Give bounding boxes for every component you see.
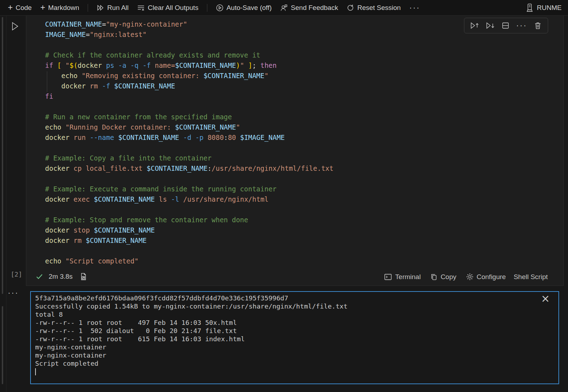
output-line: 5f3a715a9a8be2efd6176bdaa096f3fcdd82f57d…: [35, 294, 554, 302]
output-line: Script completed: [35, 359, 554, 368]
execution-duration: 2m 3.8s: [49, 273, 73, 281]
terminal-output: 5f3a715a9a8be2efd6176bdaa096f3fcdd82f57d…: [35, 294, 554, 375]
add-markdown-label: Markdown: [48, 4, 79, 12]
add-code-label: Code: [16, 4, 32, 12]
code-line: [45, 174, 561, 184]
reset-session-button[interactable]: Reset Session: [344, 2, 404, 14]
copy-button[interactable]: Copy: [428, 272, 458, 282]
code-line: echo "Running Docker container: $CONTAIN…: [45, 122, 561, 132]
code-line: [45, 246, 561, 256]
code-line: echo "Removing existing container: $CONT…: [45, 71, 561, 81]
output-line: Successfully copied 1.54kB to my-nginx-c…: [35, 302, 554, 310]
add-code-button[interactable]: + Code: [5, 2, 34, 14]
more-icon: ···: [409, 4, 420, 12]
code-line: docker run --name $CONTAINER_NAME -d -p …: [45, 132, 561, 143]
kernel-label: RUNME: [537, 4, 562, 12]
cell-status-right: Terminal Copy Configure Shell Script: [382, 271, 548, 282]
code-cell[interactable]: CONTAINER_NAME="my-nginx-container"IMAGE…: [26, 16, 564, 286]
run-all-icon: [97, 4, 104, 11]
gutter-divider: [6, 16, 6, 392]
code-editor[interactable]: CONTAINER_NAME="my-nginx-container"IMAGE…: [45, 19, 561, 266]
output-menu-button[interactable]: ···: [8, 289, 19, 297]
add-markdown-button[interactable]: + Markdown: [37, 2, 82, 14]
code-line: [45, 205, 561, 215]
code-line: echo "Script completed": [45, 256, 561, 266]
terminal-icon: [384, 273, 392, 281]
cell-focus-indicator[interactable]: [2, 17, 3, 294]
kernel-selector[interactable]: RUNME: [523, 1, 564, 15]
cell-output[interactable]: × 5f3a715a9a8be2efd6176bdaa096f3fcdd82f5…: [30, 291, 559, 384]
output-line: -rw-r--r-- 1 root root 497 Feb 14 16:03 …: [35, 318, 554, 327]
auto-save-icon: [216, 4, 224, 12]
toolbar-left-group: + Code + Markdown Run All Clear All Outp…: [0, 2, 423, 14]
cell-toolbar: ···: [464, 18, 548, 33]
split-cell-button[interactable]: [500, 20, 511, 31]
execute-below-button[interactable]: [484, 20, 496, 31]
auto-save-toggle[interactable]: Auto-Save (off): [213, 2, 274, 14]
configure-label: Configure: [477, 273, 506, 281]
code-line: [45, 143, 561, 153]
auto-save-label: Auto-Save (off): [226, 4, 272, 12]
code-line: # Run a new container from the specified…: [45, 112, 561, 122]
run-all-button[interactable]: Run All: [94, 2, 131, 14]
execute-above-button[interactable]: [469, 20, 481, 31]
code-line: docker cp local_file.txt $CONTAINER_NAME…: [45, 163, 561, 174]
output-line: my-nginx-container: [35, 343, 554, 351]
execution-order-label: [2]: [11, 271, 22, 278]
close-output-button[interactable]: ×: [541, 293, 550, 304]
send-feedback-button[interactable]: Send Feedback: [277, 2, 341, 14]
cell-status-left: 2m 3.8s: [35, 271, 89, 282]
toolbar-right-group: RUNME: [523, 1, 568, 15]
output-line: total 8: [35, 310, 554, 318]
more-icon: ···: [8, 288, 19, 297]
indent-guide: [47, 71, 47, 92]
terminal-button[interactable]: Terminal: [382, 272, 423, 282]
code-line: docker exec $CONTAINER_NAME ls -l /usr/s…: [45, 194, 561, 205]
open-stats-button[interactable]: [78, 271, 89, 282]
clear-all-outputs-button[interactable]: Clear All Outputs: [134, 2, 201, 14]
terminal-label: Terminal: [395, 273, 421, 281]
code-line: if [ "$(docker ps -a -q -f name=$CONTAIN…: [45, 60, 561, 71]
success-check-icon: [35, 273, 44, 281]
output-line: my-nginx-container: [35, 351, 554, 359]
code-line: docker rm -f $CONTAINER_NAME: [45, 81, 561, 91]
output-line: -rw-r--r-- 1 root root 615 Feb 14 16:03 …: [35, 335, 554, 343]
run-cell-button[interactable]: [10, 21, 21, 32]
send-feedback-label: Send Feedback: [291, 4, 338, 12]
reset-session-label: Reset Session: [357, 4, 401, 12]
plus-icon: +: [8, 3, 13, 12]
code-line: # Example: Copy a file into the containe…: [45, 153, 561, 163]
more-icon: ···: [516, 21, 527, 30]
plus-icon: +: [40, 3, 45, 12]
reset-session-icon: [346, 4, 354, 12]
code-line: docker rm $CONTAINER_NAME: [45, 235, 561, 246]
cell-more-actions-button[interactable]: ···: [515, 20, 529, 31]
toolbar-separator: [207, 4, 207, 12]
notebook-window: + Code + Markdown Run All Clear All Outp…: [0, 0, 568, 392]
terminal-cursor: [35, 368, 36, 375]
runme-logo-icon: [525, 3, 534, 12]
toolbar-separator: [88, 4, 88, 12]
clear-all-outputs-label: Clear All Outputs: [148, 4, 198, 12]
code-line: fi: [45, 91, 561, 102]
delete-cell-button[interactable]: [532, 20, 544, 31]
code-line: # Example: Execute a command inside the …: [45, 184, 561, 194]
configure-button[interactable]: Configure: [464, 271, 508, 282]
copy-label: Copy: [441, 273, 456, 281]
code-line: [45, 40, 561, 50]
code-line: # Example: Stop and remove the container…: [45, 215, 561, 225]
output-focus-indicator[interactable]: [2, 306, 3, 384]
clear-outputs-icon: [137, 4, 145, 11]
gear-icon: [466, 273, 474, 281]
output-line: -rw-r--r-- 1 502 dialout 0 Feb 20 21:47 …: [35, 327, 554, 335]
feedback-icon: [280, 4, 288, 12]
copy-icon: [430, 273, 438, 281]
toolbar-more-button[interactable]: ···: [406, 2, 423, 14]
code-line: # Check if the container already exists …: [45, 50, 561, 60]
code-line: docker stop $CONTAINER_NAME: [45, 225, 561, 235]
notebook-toolbar: + Code + Markdown Run All Clear All Outp…: [0, 0, 568, 16]
cell-language-label: Shell Script: [513, 272, 548, 282]
run-all-label: Run All: [107, 4, 129, 12]
code-line: [45, 102, 561, 112]
